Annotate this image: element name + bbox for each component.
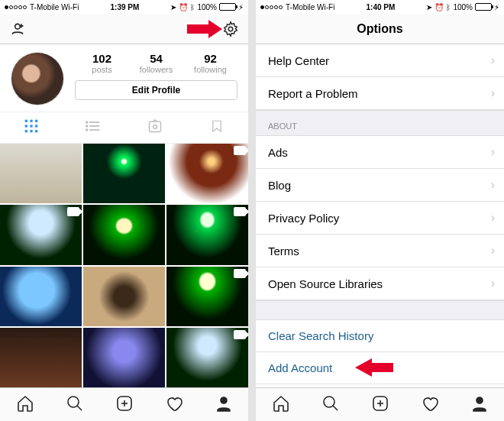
battery-label: 100% [453, 3, 473, 11]
svg-point-25 [221, 397, 227, 403]
grid-cell[interactable] [83, 144, 165, 203]
svg-rect-10 [30, 130, 32, 132]
tab-home[interactable] [16, 394, 34, 416]
tab-profile[interactable] [470, 394, 489, 416]
clock-label: 1:40 PM [334, 3, 426, 11]
row-ads[interactable]: Ads› [256, 136, 504, 169]
stat-following[interactable]: 92 following [183, 52, 237, 74]
grid-cell[interactable] [0, 267, 82, 326]
battery-label: 100% [197, 3, 217, 11]
grid-cell[interactable] [0, 205, 82, 264]
charging-icon: ⚡︎ [238, 3, 244, 11]
svg-marker-26 [355, 358, 393, 377]
svg-point-19 [153, 125, 157, 128]
carrier-label: T-Mobile Wi-Fi [30, 3, 79, 11]
svg-rect-5 [35, 120, 37, 122]
tab-activity[interactable] [165, 394, 183, 416]
grid-cell[interactable] [0, 328, 82, 387]
stat-posts[interactable]: 102 posts [75, 52, 129, 74]
battery-icon [219, 3, 236, 11]
grid-cell[interactable] [166, 267, 248, 326]
tab-search[interactable] [321, 394, 340, 416]
grid-cell[interactable] [83, 267, 165, 326]
row-blog[interactable]: Blog› [256, 169, 504, 202]
section-spacer [256, 300, 504, 320]
row-clear-search[interactable]: Clear Search History [256, 320, 504, 352]
chevron-right-icon: › [491, 211, 495, 225]
svg-point-27 [324, 397, 334, 407]
profile-screen: T-Mobile Wi-Fi 1:39 PM ➤ ⏰ ᛒ 100% ⚡︎ [0, 0, 248, 421]
row-help-center[interactable]: Help Center› [256, 44, 504, 77]
signal-dots-icon [260, 5, 283, 9]
tab-tagged[interactable] [124, 112, 186, 143]
svg-point-0 [15, 24, 21, 29]
tab-saved[interactable] [186, 112, 248, 143]
grid-cell[interactable] [166, 328, 248, 387]
chevron-right-icon: › [491, 86, 495, 100]
annotation-arrow-icon [355, 358, 393, 377]
svg-rect-11 [35, 130, 37, 132]
svg-rect-3 [24, 120, 27, 122]
tab-grid[interactable] [0, 112, 62, 143]
chevron-right-icon: › [491, 145, 495, 159]
svg-point-15 [86, 121, 88, 123]
video-icon [234, 269, 246, 278]
tab-search[interactable] [66, 394, 84, 416]
grid-cell[interactable] [166, 144, 248, 203]
svg-point-1 [228, 27, 233, 31]
video-icon [234, 207, 246, 216]
svg-point-20 [68, 397, 79, 407]
profile-navbar [0, 14, 248, 44]
options-list: Help Center› Report a Problem› ABOUT Ads… [256, 44, 504, 387]
grid-cell[interactable] [83, 205, 165, 264]
svg-rect-9 [24, 130, 27, 132]
tab-bar [256, 387, 504, 421]
grid-cell[interactable] [83, 328, 165, 387]
page-title: Options [263, 22, 496, 36]
chevron-right-icon: › [491, 244, 495, 257]
stat-followers[interactable]: 54 followers [129, 52, 183, 74]
row-terms[interactable]: Terms› [256, 235, 504, 267]
svg-point-17 [86, 129, 88, 131]
photo-grid [0, 144, 248, 387]
video-icon [67, 207, 79, 216]
row-report-problem[interactable]: Report a Problem› [256, 77, 504, 110]
edit-profile-button[interactable]: Edit Profile [75, 80, 237, 100]
svg-rect-8 [35, 125, 37, 127]
video-icon [234, 330, 246, 339]
svg-line-21 [77, 406, 82, 410]
svg-point-32 [477, 397, 483, 403]
avatar[interactable] [11, 52, 64, 105]
grid-cell[interactable] [166, 205, 248, 264]
battery-icon [475, 3, 492, 11]
settings-button[interactable] [221, 21, 241, 37]
tab-add[interactable] [115, 394, 134, 416]
svg-rect-6 [24, 125, 27, 127]
view-tabs [0, 112, 248, 144]
tab-profile[interactable] [215, 394, 233, 416]
signal-dots-icon [5, 5, 27, 9]
alarm-icon: ⏰ [179, 3, 188, 11]
location-icon: ➤ [170, 3, 176, 11]
options-navbar: Options [256, 14, 504, 44]
tab-home[interactable] [272, 394, 290, 416]
video-icon [234, 146, 246, 155]
tab-list[interactable] [62, 112, 124, 143]
chevron-right-icon: › [491, 53, 495, 67]
status-bar: T-Mobile Wi-Fi 1:39 PM ➤ ⏰ ᛒ 100% ⚡︎ [0, 0, 248, 14]
discover-people-button[interactable] [8, 21, 27, 37]
annotation-arrow-icon [187, 20, 222, 38]
svg-rect-7 [30, 125, 32, 127]
location-icon: ➤ [426, 3, 432, 11]
grid-cell[interactable] [0, 144, 82, 203]
svg-point-16 [86, 125, 88, 127]
options-screen: T-Mobile Wi-Fi 1:40 PM ➤ ⏰ ᛒ 100% ⚡︎ Opt… [256, 0, 504, 421]
row-add-account[interactable]: Add Account [256, 352, 504, 384]
chevron-right-icon: › [491, 178, 495, 192]
tab-activity[interactable] [421, 394, 439, 416]
row-privacy[interactable]: Privacy Policy› [256, 202, 504, 235]
charging-icon: ⚡︎ [494, 3, 499, 11]
row-open-source[interactable]: Open Source Libraries› [256, 267, 504, 300]
profile-header: 102 posts 54 followers 92 following Edit… [0, 44, 248, 112]
tab-add[interactable] [371, 394, 389, 416]
